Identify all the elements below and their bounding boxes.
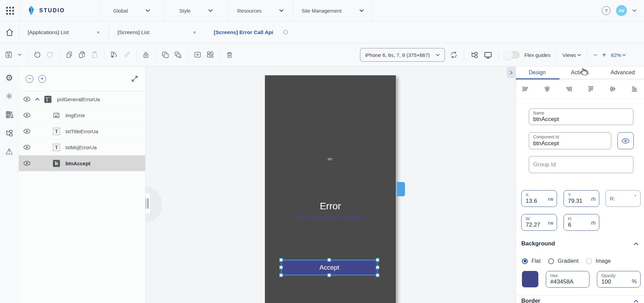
avatar[interactable]: AV [616, 5, 627, 16]
apps-grid-button[interactable] [0, 0, 20, 21]
rotation-field[interactable]: R: ° [605, 190, 641, 207]
layout-grid-button[interactable] [206, 50, 214, 59]
lock-button[interactable] [141, 50, 150, 59]
home-button[interactable] [0, 21, 19, 43]
fill-option-gradient[interactable]: Gradient [548, 258, 579, 264]
selection-handle-bottom-left[interactable] [279, 273, 283, 277]
y-position-field[interactable]: Y: 79.31 rh [564, 190, 599, 207]
library-button[interactable] [0, 105, 18, 124]
zoom-in-button[interactable]: + [602, 51, 606, 59]
group-id-field[interactable]: Group Id [529, 156, 633, 173]
refresh-button[interactable] [449, 50, 458, 59]
panel-resize-handle[interactable] [146, 193, 150, 214]
layer-row-txtmsjerrorua[interactable]: T txtMsjErrorUa [19, 139, 145, 155]
selection-handle-top-right[interactable] [376, 258, 379, 262]
delete-button[interactable] [225, 50, 234, 59]
layer-row-txttitleerrorua[interactable]: T txtTitleErrorUa [19, 123, 145, 139]
duplicate-button[interactable] [77, 50, 86, 59]
save-options-button[interactable] [17, 50, 22, 59]
height-field[interactable]: H: 6 rh [564, 214, 599, 231]
visibility-eye-icon[interactable] [23, 128, 31, 134]
selection-handle-bottom-right[interactable] [376, 273, 379, 277]
border-section-header[interactable]: Border [521, 298, 639, 303]
width-field[interactable]: W: 72.27 rw [521, 214, 557, 231]
opacity-field[interactable]: Opacity: 100 % [597, 271, 641, 288]
brush-button[interactable] [122, 50, 131, 59]
menu-global[interactable]: Global [100, 0, 164, 21]
ungroup-button[interactable] [174, 50, 182, 59]
menu-site-management[interactable]: Site Management [293, 0, 372, 21]
fill-option-image[interactable]: Image [586, 258, 611, 264]
help-button[interactable]: ? [602, 6, 611, 15]
settings-button[interactable]: ⚙ [0, 69, 18, 87]
selection-handle-top-center[interactable] [327, 258, 331, 262]
align-middle-vertical-button[interactable] [609, 85, 617, 93]
unsaved-indicator-icon[interactable] [283, 30, 288, 34]
visibility-eye-icon[interactable] [23, 96, 31, 102]
visibility-eye-icon[interactable] [23, 112, 31, 118]
tab-actions[interactable]: Actions [558, 66, 601, 79]
group-button[interactable] [161, 50, 170, 59]
name-field[interactable]: Name btnAccept [529, 108, 633, 125]
components-button[interactable]: ⚛ [0, 87, 18, 105]
collapse-all-button[interactable]: − [26, 75, 33, 83]
add-frame-button[interactable] [193, 50, 202, 59]
error-title-text[interactable]: Error [265, 201, 396, 212]
selection-handle-mid-right[interactable] [376, 266, 379, 269]
canvas-side-grabber[interactable] [397, 182, 405, 196]
menu-resources[interactable]: Resources [228, 0, 293, 21]
background-section-header[interactable]: Background [521, 240, 639, 247]
visibility-eye-icon[interactable] [23, 161, 31, 166]
menu-style[interactable]: Style [164, 0, 228, 21]
warnings-button[interactable]: ⚠ [0, 142, 18, 161]
align-left-button[interactable] [521, 85, 529, 93]
views-dropdown[interactable]: Views [563, 52, 582, 58]
chevron-up-icon[interactable] [634, 300, 639, 303]
close-icon[interactable]: × [192, 29, 197, 36]
hex-color-field[interactable]: Hex: #43458A [546, 271, 589, 288]
save-button[interactable] [4, 50, 13, 59]
theme-swatches-button[interactable] [109, 50, 118, 59]
copy-button[interactable] [65, 50, 74, 59]
align-center-horizontal-button[interactable] [543, 85, 551, 93]
device-selector[interactable]: iPhone 6, 6s, 7, 8 (375×667) [360, 48, 445, 62]
tab-advanced[interactable]: Advanced [601, 66, 644, 79]
maximize-panel-button[interactable] [131, 75, 138, 82]
tab-design[interactable]: Design [516, 66, 558, 79]
close-icon[interactable]: × [95, 29, 101, 36]
avatar-chevron-down-icon[interactable] [632, 9, 636, 12]
undo-button[interactable] [33, 50, 42, 59]
sitemap-button[interactable] [0, 124, 18, 142]
layer-row-imgerror[interactable]: imgError [19, 107, 145, 123]
fill-option-flat[interactable]: Flat [522, 258, 541, 264]
component-id-field[interactable]: Component Id btnAccept [529, 132, 611, 149]
layer-row-btnaccept[interactable]: b btnAccept [19, 155, 145, 171]
expand-all-button[interactable]: + [38, 75, 46, 83]
align-top-button[interactable] [587, 85, 595, 93]
tab-applications-list[interactable]: [Applications] List × [19, 21, 101, 43]
align-right-button[interactable] [565, 85, 573, 93]
component-id-visibility-button[interactable] [617, 132, 634, 149]
collapse-chevron-icon[interactable] [35, 98, 40, 101]
paste-button[interactable] [90, 50, 99, 59]
layer-row-pnlgeneralerrorua[interactable]: pnlGeneralErrorUa [19, 91, 145, 107]
selection-handle-bottom-center[interactable] [327, 273, 331, 277]
tab-screens-list[interactable]: [Screens] List × [109, 21, 197, 43]
tab-screens-error-call-api[interactable]: [Screens] Error Call Api [197, 21, 288, 43]
background-color-swatch[interactable] [522, 271, 538, 287]
selection-handle-top-left[interactable] [279, 258, 283, 262]
visibility-eye-icon[interactable] [23, 145, 31, 150]
zoom-out-button[interactable]: − [593, 51, 597, 59]
zoom-level-dropdown[interactable]: 82% [611, 52, 626, 58]
flex-guides-toggle[interactable] [504, 51, 520, 59]
design-canvas[interactable]: src: Error Error Code Communication Acce… [146, 66, 515, 303]
redo-button[interactable] [45, 50, 54, 59]
tree-view-button[interactable] [470, 50, 479, 59]
chevron-up-icon[interactable] [634, 242, 639, 245]
align-bottom-button[interactable] [630, 85, 639, 93]
error-subtitle-text[interactable]: Error Code Communication [265, 214, 396, 221]
inspector-collapse-tab[interactable] [507, 67, 515, 78]
preview-monitor-button[interactable] [483, 50, 492, 59]
selection-handle-mid-left[interactable] [279, 266, 283, 269]
x-position-field[interactable]: X: 13.6 rw [521, 190, 557, 207]
